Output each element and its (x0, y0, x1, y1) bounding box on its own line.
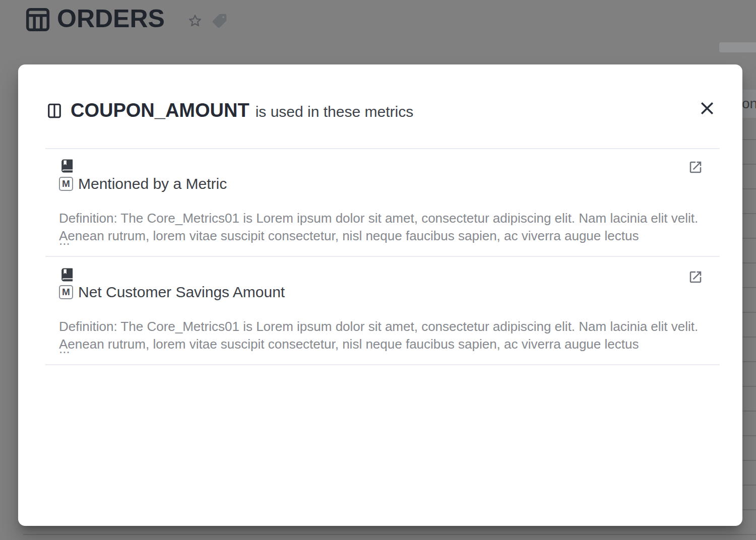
list-divider (45, 148, 720, 149)
open-in-new-icon (688, 269, 703, 285)
favorite-star-icon (187, 13, 203, 29)
metric-badge-icon: M (59, 285, 73, 299)
dialog-title: COUPON_AMOUNT (71, 100, 249, 121)
open-in-new-button[interactable] (688, 160, 703, 175)
background-column-header-partial: on (742, 95, 756, 113)
page-title: ORDERS (57, 4, 165, 33)
definition-truncation: ... (59, 340, 70, 358)
table-icon (23, 5, 52, 34)
close-button[interactable] (698, 99, 717, 118)
close-x-icon (698, 99, 717, 118)
dialog-title-row: COUPON_AMOUNTis used in these metrics (71, 100, 413, 121)
column-icon (45, 101, 64, 120)
metric-item-title-row[interactable]: M Net Customer Savings Amount (59, 284, 285, 301)
definition-truncation: ... (59, 232, 70, 249)
open-in-new-icon (688, 160, 703, 175)
metric-definition: Definition: The Core_Metrics01 is Lorem … (59, 318, 714, 353)
metric-item-title-row[interactable]: M Mentioned by a Metric (59, 175, 227, 192)
metric-title: Mentioned by a Metric (78, 175, 227, 192)
metric-badge-icon: M (59, 177, 73, 191)
metrics-usage-dialog: COUPON_AMOUNTis used in these metrics M … (18, 64, 742, 526)
tag-icon (211, 13, 228, 29)
book-icon (59, 267, 75, 283)
list-divider (45, 364, 720, 365)
metric-definition: Definition: The Core_Metrics01 is Lorem … (59, 210, 714, 245)
dialog-subtitle: is used in these metrics (256, 103, 413, 120)
metric-title: Net Customer Savings Amount (78, 284, 285, 301)
background-toolbar-button (719, 42, 756, 52)
open-in-new-button[interactable] (688, 269, 703, 285)
list-divider (45, 256, 720, 257)
book-icon (59, 158, 75, 174)
